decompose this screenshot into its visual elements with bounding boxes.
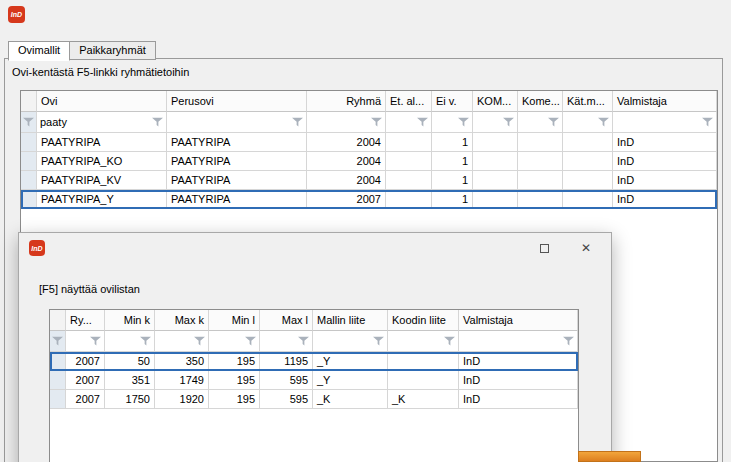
tab-paikkaryhmat[interactable]: Paikkaryhmät [70,41,156,60]
table-row[interactable]: PAATYRIPA_KV PAATYRIPA 2004 1 InD [21,171,717,190]
filter-icon[interactable] [458,117,469,127]
cell-valmistaja[interactable]: InD [459,371,578,390]
cell-min-l[interactable]: 195 [209,352,260,371]
column-header-min-k[interactable]: Min k [105,310,155,331]
row-indicator[interactable] [21,133,37,152]
cell-ovi[interactable]: PAATYRIPA [37,133,167,152]
cell-min-k[interactable]: 351 [105,371,155,390]
column-header-perusovi[interactable]: Perusovi [167,91,307,112]
cell-kat-m[interactable] [563,171,613,190]
row-indicator[interactable] [50,352,66,371]
cell-kom[interactable] [473,133,518,152]
column-header-max-l[interactable]: Max l [260,310,313,331]
filter-icon[interactable] [503,117,514,127]
cell-koodin-liite[interactable] [388,371,459,390]
cell-koodin-liite[interactable]: _K [388,390,459,409]
filter-cell-perusovi[interactable] [167,112,307,133]
cell-max-k[interactable]: 350 [155,352,209,371]
filter-cell-max-k[interactable] [155,331,209,352]
maximize-button[interactable] [525,235,563,261]
column-header-ry[interactable]: Ry... [66,310,105,331]
cell-min-l[interactable]: 195 [209,390,260,409]
table-row-selected[interactable]: 2007 50 350 195 1195 _Y InD [50,352,578,371]
filter-icon[interactable] [444,336,455,346]
cell-perusovi[interactable]: PAATYRIPA [167,171,307,190]
cell-ei-v[interactable]: 1 [432,190,473,209]
column-header-valmistaja[interactable]: Valmistaja [613,91,717,112]
filter-cell-mallin-liite[interactable] [313,331,388,352]
column-header-kome[interactable]: Kome... [518,91,563,112]
column-header-kom[interactable]: KOM... [473,91,518,112]
cell-et-al[interactable] [386,190,432,209]
dialog-titlebar[interactable]: InD ✕ [19,233,611,263]
cell-valmistaja[interactable]: InD [613,171,717,190]
filter-cell-ry[interactable] [66,331,105,352]
cell-max-l[interactable]: 595 [260,371,313,390]
cell-kome[interactable] [518,152,563,171]
column-header-koodin-liite[interactable]: Koodin liite [388,310,459,331]
column-header-valmistaja[interactable]: Valmistaja [459,310,578,331]
filter-cell-koodin-liite[interactable] [388,331,459,352]
filter-icon[interactable] [140,336,151,346]
filter-icon[interactable] [702,117,713,127]
filter-cell-et-al[interactable] [386,112,432,133]
column-header-min-l[interactable]: Min l [209,310,260,331]
cell-ovi[interactable]: PAATYRIPA_Y [37,190,167,209]
column-header-kat-m[interactable]: Kät.m... [563,91,613,112]
row-indicator[interactable] [21,152,37,171]
cell-ei-v[interactable]: 1 [432,171,473,190]
filter-icon[interactable] [563,336,574,346]
row-indicator[interactable] [50,390,66,409]
close-button[interactable]: ✕ [567,235,605,261]
filter-cell-min-l[interactable] [209,331,260,352]
cell-ry[interactable]: 2007 [66,371,105,390]
filter-icon[interactable] [152,117,163,127]
cell-ovi[interactable]: PAATYRIPA_KV [37,171,167,190]
cell-kom[interactable] [473,190,518,209]
cell-kome[interactable] [518,190,563,209]
filter-icon[interactable] [373,336,384,346]
table-row[interactable]: PAATYRIPA_KO PAATYRIPA 2004 1 InD [21,152,717,171]
column-header-ryhma[interactable]: Ryhmä [307,91,386,112]
filter-row-indicator[interactable] [21,112,37,133]
filter-icon[interactable] [292,117,303,127]
cell-valmistaja[interactable]: InD [613,133,717,152]
cell-ry[interactable]: 2007 [66,390,105,409]
table-row[interactable]: PAATYRIPA PAATYRIPA 2004 1 InD [21,133,717,152]
filter-cell-ovi[interactable]: paaty [37,112,167,133]
row-indicator[interactable] [21,171,37,190]
cell-et-al[interactable] [386,152,432,171]
cell-koodin-liite[interactable] [388,352,459,371]
cell-kome[interactable] [518,133,563,152]
tab-ovimallit[interactable]: Ovimallit [8,41,70,61]
cell-et-al[interactable] [386,133,432,152]
filter-cell-kat-m[interactable] [563,112,613,133]
cell-ei-v[interactable]: 1 [432,152,473,171]
filter-cell-ei-v[interactable] [432,112,473,133]
cell-ei-v[interactable]: 1 [432,133,473,152]
filter-icon[interactable] [598,117,609,127]
filter-cell-min-k[interactable] [105,331,155,352]
cell-kat-m[interactable] [563,133,613,152]
filter-cell-valmistaja[interactable] [459,331,578,352]
filter-icon[interactable] [548,117,559,127]
filter-cell-kome[interactable] [518,112,563,133]
cell-ryhma[interactable]: 2004 [307,152,386,171]
cell-mallin-liite[interactable]: _K [313,390,388,409]
table-row-selected[interactable]: PAATYRIPA_Y PAATYRIPA 2007 1 InD [21,190,717,209]
cell-kom[interactable] [473,152,518,171]
row-indicator[interactable] [50,371,66,390]
cell-ovi[interactable]: PAATYRIPA_KO [37,152,167,171]
column-header-max-k[interactable]: Max k [155,310,209,331]
cell-ryhma[interactable]: 2004 [307,133,386,152]
column-header-et-al[interactable]: Et. al... [386,91,432,112]
table-row[interactable]: 2007 1750 1920 195 595 _K _K InD [50,390,578,409]
filter-icon[interactable] [417,117,428,127]
filter-cell-ryhma[interactable] [307,112,386,133]
filter-cell-kom[interactable] [473,112,518,133]
cell-max-l[interactable]: 595 [260,390,313,409]
cell-ry[interactable]: 2007 [66,352,105,371]
cell-max-k[interactable]: 1749 [155,371,209,390]
cell-et-al[interactable] [386,171,432,190]
row-indicator[interactable] [21,190,37,209]
